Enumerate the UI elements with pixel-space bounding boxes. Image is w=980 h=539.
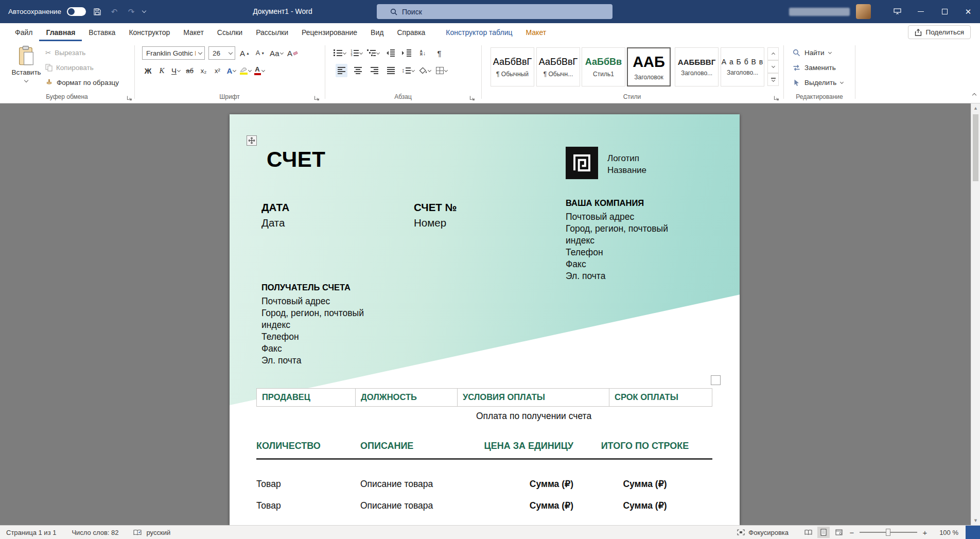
zoom-out-button[interactable]: −: [848, 528, 855, 537]
show-formatting-marks-button[interactable]: ¶: [433, 46, 445, 60]
bold-button[interactable]: Ж: [142, 64, 154, 77]
styles-scroll-up-button[interactable]: [767, 47, 779, 60]
paragraph-dialog-launcher-icon[interactable]: [469, 94, 476, 100]
multilevel-list-button[interactable]: [367, 46, 379, 60]
tab-layout[interactable]: Макет: [177, 23, 211, 41]
style-card-no-spacing[interactable]: АаБбВвГ ¶ Обычн...: [536, 47, 580, 86]
zoom-level[interactable]: 100 %: [935, 529, 958, 536]
read-mode-button[interactable]: [802, 527, 814, 538]
grow-font-button[interactable]: А▲: [239, 46, 251, 60]
line-spacing-icon: ↕: [401, 67, 411, 74]
minimize-button[interactable]: [909, 0, 933, 23]
justify-button[interactable]: [385, 64, 397, 77]
clear-formatting-button[interactable]: А: [287, 46, 299, 60]
collapse-ribbon-icon[interactable]: [973, 90, 976, 99]
style-card-normal[interactable]: АаБбВвГ ¶ Обычный: [491, 47, 534, 86]
save-icon[interactable]: [92, 6, 103, 18]
bullets-button[interactable]: [334, 46, 346, 60]
styles-dialog-launcher-icon[interactable]: [774, 94, 780, 100]
print-layout-button[interactable]: [817, 527, 830, 538]
table-resize-checkbox[interactable]: [711, 375, 721, 385]
styles-scroll-down-button[interactable]: [767, 60, 779, 73]
zoom-in-button[interactable]: +: [921, 528, 929, 537]
copy-button[interactable]: Копировать: [45, 61, 119, 74]
proofing-icon[interactable]: [133, 529, 142, 536]
numbering-button[interactable]: 123: [351, 46, 362, 60]
qat-customize-chevron-icon[interactable]: [142, 8, 146, 12]
zoom-slider[interactable]: [860, 529, 917, 536]
autosave-toggle[interactable]: [67, 7, 86, 16]
subscript-button[interactable]: х₂: [198, 64, 209, 77]
superscript-button[interactable]: х²: [212, 64, 223, 77]
tab-mailings[interactable]: Рассылки: [249, 23, 295, 41]
scrollbar-thumb[interactable]: [973, 114, 978, 181]
item-row[interactable]: Товар Описание товара Сумма (₽) Сумма (₽…: [256, 500, 712, 511]
language-indicator[interactable]: русский: [147, 529, 171, 536]
decrease-indent-button[interactable]: [384, 46, 396, 60]
borders-button[interactable]: [435, 64, 447, 77]
vertical-scrollbar[interactable]: ▲ ▼: [971, 103, 980, 525]
tab-review[interactable]: Рецензирование: [295, 23, 364, 41]
tab-help[interactable]: Справка: [390, 23, 432, 41]
word-count[interactable]: Число слов: 82: [72, 529, 118, 536]
select-button[interactable]: Выделить: [793, 76, 843, 89]
tab-table-layout[interactable]: Макет: [519, 23, 553, 41]
tab-insert[interactable]: Вставка: [82, 23, 122, 41]
find-button[interactable]: Найти: [793, 46, 831, 59]
maximize-button[interactable]: [933, 0, 956, 23]
clipboard-dialog-launcher-icon[interactable]: [127, 94, 133, 100]
styles-more-button[interactable]: [767, 73, 779, 86]
redo-icon[interactable]: ↷: [126, 6, 137, 18]
close-button[interactable]: ✕: [956, 0, 980, 23]
replace-button[interactable]: Заменить: [793, 61, 836, 74]
tab-design[interactable]: Конструктор: [122, 23, 177, 41]
invoice-info-table[interactable]: ПРОДАВЕЦ ДОЛЖНОСТЬ УСЛОВИЯ ОПЛАТЫ СРОК О…: [256, 388, 712, 407]
font-name-combo[interactable]: Franklin Gothic l: [142, 46, 205, 60]
document-page[interactable]: СЧЕТ Логотип Название ДАТА Дата СЧЕТ № Н…: [230, 114, 740, 525]
share-icon: [915, 29, 922, 36]
shading-button[interactable]: [419, 64, 431, 77]
ribbon-display-options-icon[interactable]: [885, 0, 909, 23]
format-painter-button[interactable]: Формат по образцу: [45, 76, 119, 89]
style-card-heading-selected[interactable]: ААБ Заголовок: [627, 47, 671, 86]
tab-file[interactable]: Файл: [8, 23, 39, 41]
table-move-handle[interactable]: [247, 135, 257, 146]
scroll-down-icon[interactable]: ▼: [971, 516, 980, 525]
share-button[interactable]: Поделиться: [908, 25, 971, 39]
align-left-button[interactable]: [336, 64, 347, 77]
italic-button[interactable]: К: [156, 64, 168, 77]
search-box[interactable]: Поиск: [377, 4, 612, 19]
style-card-style1[interactable]: АаБбВв Стиль1: [582, 47, 625, 86]
cut-button[interactable]: ✂ Вырезать: [45, 46, 119, 59]
web-layout-button[interactable]: [833, 527, 845, 538]
line-spacing-button[interactable]: ↕: [401, 64, 414, 77]
font-dialog-launcher-icon[interactable]: [314, 94, 320, 100]
font-size-combo[interactable]: 26: [208, 46, 235, 60]
increase-indent-button[interactable]: [400, 46, 412, 60]
shrink-font-button[interactable]: А▼: [254, 46, 266, 60]
paste-button[interactable]: Вставить: [11, 45, 41, 82]
highlight-button[interactable]: [239, 64, 251, 77]
page-indicator[interactable]: Страница 1 из 1: [6, 529, 56, 536]
focus-mode-button[interactable]: Фокусировка: [737, 529, 789, 536]
font-color-button[interactable]: А: [253, 64, 265, 77]
strikethrough-button[interactable]: аб: [184, 64, 196, 77]
tab-table-design[interactable]: Конструктор таблиц: [439, 23, 519, 41]
style-card-heading1[interactable]: ААББВВГ Заголово...: [675, 47, 719, 86]
sort-button[interactable]: АЯ↓: [417, 46, 429, 60]
item-row[interactable]: Товар Описание товара Сумма (₽) Сумма (₽…: [256, 479, 712, 490]
user-avatar[interactable]: [856, 4, 871, 19]
tab-view[interactable]: Вид: [364, 23, 390, 41]
tab-references[interactable]: Ссылки: [211, 23, 249, 41]
align-right-button[interactable]: [369, 64, 380, 77]
text-effects-button[interactable]: А: [225, 64, 237, 77]
tab-home[interactable]: Главная: [39, 23, 82, 41]
underline-button[interactable]: Ч: [170, 64, 182, 77]
change-case-button[interactable]: Аа: [270, 46, 283, 60]
scroll-up-icon[interactable]: ▲: [971, 103, 980, 113]
date-label: ДАТА: [261, 201, 289, 214]
style-card-heading2[interactable]: А а Б б В в Заголово...: [721, 47, 764, 86]
zoom-slider-thumb[interactable]: [886, 529, 890, 536]
undo-icon[interactable]: ↶: [109, 6, 120, 18]
align-center-button[interactable]: [352, 64, 364, 77]
